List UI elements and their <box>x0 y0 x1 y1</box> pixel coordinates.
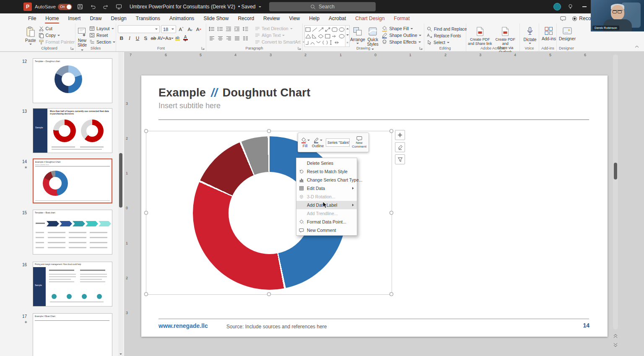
comments-button[interactable] <box>558 13 568 23</box>
tab-slide-show[interactable]: Slide Show <box>199 13 233 23</box>
menu-item-reset-to-match-style[interactable]: Reset to Match Style <box>296 167 357 176</box>
thumbnail-scrollbar[interactable] <box>118 52 123 356</box>
text-shadow-button[interactable]: S <box>142 34 149 42</box>
autosave-toggle[interactable]: On <box>58 4 72 10</box>
canvas-scrollbar-thumb[interactable] <box>614 163 617 179</box>
search-input[interactable]: Search <box>269 2 376 11</box>
tab-draw[interactable]: Draw <box>85 13 106 23</box>
selection-handle[interactable] <box>144 211 148 215</box>
menu-item-edit-data[interactable]: Edit Data <box>296 184 357 192</box>
tab-file[interactable]: File <box>23 13 41 23</box>
slide-thumbnail-13[interactable]: Sample More than half of buyers currentl… <box>33 108 112 153</box>
chart-element-selector[interactable]: Series "Sales" P <box>326 138 350 147</box>
slideshow-button[interactable] <box>114 2 124 12</box>
designer-button[interactable]: Designer <box>558 25 576 41</box>
tab-help[interactable]: Help <box>304 13 324 23</box>
selection-handle[interactable] <box>390 211 393 215</box>
thumbnail-scrollbar-thumb[interactable] <box>119 153 122 208</box>
title-dropdown-icon[interactable] <box>259 6 261 8</box>
section-button[interactable]: Section <box>88 39 116 45</box>
numbering-button[interactable] <box>216 25 224 33</box>
tab-format[interactable]: Format <box>389 13 414 23</box>
drawing-dialog-launcher[interactable] <box>419 47 423 50</box>
footer-source[interactable]: Source: Include sources and references h… <box>226 324 327 330</box>
tab-view[interactable]: View <box>284 13 304 23</box>
tab-chart-design[interactable]: Chart Design <box>351 13 389 23</box>
decrease-indent-button[interactable] <box>225 25 232 33</box>
font-color-button[interactable]: A <box>182 34 189 42</box>
font-size-combo[interactable]: 18 <box>161 25 176 33</box>
tab-insert[interactable]: Insert <box>63 13 85 23</box>
chart-filters-button[interactable] <box>395 154 405 164</box>
paste-button[interactable]: Paste <box>25 25 36 45</box>
shapes-gallery[interactable] <box>304 25 345 47</box>
shrink-font-button[interactable]: Av <box>186 26 194 33</box>
scroll-down-icon[interactable] <box>119 353 122 355</box>
add-ins-button[interactable]: Add-ins <box>541 25 557 41</box>
cut-button[interactable]: Cut <box>38 25 75 32</box>
highlight-button[interactable]: ab <box>174 34 181 42</box>
outline-button[interactable]: Outline <box>312 137 324 148</box>
columns-button[interactable] <box>242 34 249 42</box>
align-left-button[interactable] <box>208 34 216 42</box>
increase-indent-button[interactable] <box>233 25 241 33</box>
menu-item-change-series-chart-type[interactable]: Change Series Chart Type... <box>296 176 357 184</box>
menu-item-delete-series[interactable]: Delete Series <box>296 159 357 167</box>
redo-button[interactable] <box>101 2 111 12</box>
format-painter-button[interactable]: Format Painter <box>38 39 75 45</box>
slide-title[interactable]: Example//Doughnut Chart <box>158 86 310 99</box>
character-spacing-button[interactable]: AV <box>158 34 165 42</box>
chart-elements-button[interactable] <box>395 130 405 140</box>
tab-animations[interactable]: Animations <box>165 13 199 23</box>
text-direction-button[interactable]: Text Direction <box>254 25 306 32</box>
tab-transitions[interactable]: Transitions <box>131 13 165 23</box>
font-name-combo[interactable] <box>118 25 160 33</box>
slide-editing-area[interactable]: Example//Doughnut Chart Insert subtitle … <box>141 75 608 337</box>
minimize-button[interactable] <box>579 2 589 12</box>
align-center-button[interactable] <box>216 34 224 42</box>
italic-button[interactable]: I <box>126 34 133 42</box>
tab-home[interactable]: Home <box>41 13 63 23</box>
strikethrough-button[interactable]: ab <box>150 34 157 42</box>
next-slide-button[interactable] <box>612 341 619 348</box>
slide-thumbnail-15[interactable]: Template – Boat chart <box>33 210 112 255</box>
paragraph-dialog-launcher[interactable] <box>298 47 301 50</box>
clipboard-dialog-launcher[interactable] <box>70 47 74 50</box>
tab-record[interactable]: Record <box>233 13 259 23</box>
font-dialog-launcher[interactable] <box>201 47 205 50</box>
underline-button[interactable]: U <box>134 34 141 42</box>
shape-outline-button[interactable]: Shape Outline <box>381 32 422 39</box>
presence-icon[interactable] <box>553 3 561 10</box>
new-comment-button[interactable]: NewComment <box>352 136 366 149</box>
selection-handle[interactable] <box>267 129 271 133</box>
canvas-scrollbar[interactable] <box>613 55 618 330</box>
layout-button[interactable]: Layout <box>88 25 116 32</box>
selection-handle[interactable] <box>390 292 393 296</box>
find-replace-button[interactable]: Find and Replace <box>426 26 464 32</box>
grow-font-button[interactable]: A^ <box>177 26 185 33</box>
selection-handle[interactable] <box>390 129 393 133</box>
align-right-button[interactable] <box>225 34 232 42</box>
chart-styles-button[interactable] <box>395 142 405 152</box>
select-button[interactable]: Select <box>426 39 464 46</box>
selection-handle[interactable] <box>144 129 148 133</box>
dictate-button[interactable]: Dictate <box>522 25 538 44</box>
autosave-control[interactable]: AutoSave On <box>35 4 72 10</box>
bold-button[interactable]: B <box>118 34 125 42</box>
justify-button[interactable] <box>233 34 241 42</box>
selection-handle[interactable] <box>267 292 271 296</box>
reset-button[interactable]: Reset <box>88 32 116 39</box>
slide-thumbnail-14-selected[interactable]: Example // Doughnut Chart Insert subtitl… <box>33 159 112 203</box>
shape-effects-button[interactable]: Shape Effects <box>381 39 422 45</box>
clear-formatting-button[interactable]: A× <box>195 26 203 33</box>
slide-thumbnail-16[interactable]: Pricing and margin management: How cloud… <box>33 262 112 307</box>
replace-fonts-button[interactable]: Replace Fonts <box>426 32 464 39</box>
previous-slide-button[interactable] <box>612 332 619 339</box>
fill-button[interactable]: Fill <box>300 137 310 148</box>
menu-item-format-data-point[interactable]: Format Data Point... <box>296 218 357 226</box>
slide-thumbnail-12[interactable]: Template – Doughnut chart <box>33 58 112 103</box>
menu-item-new-comment[interactable]: New Comment <box>296 226 357 234</box>
selection-handle[interactable] <box>144 292 148 296</box>
collapse-ribbon-button[interactable] <box>633 43 641 50</box>
tab-acrobat[interactable]: Acrobat <box>324 13 351 23</box>
